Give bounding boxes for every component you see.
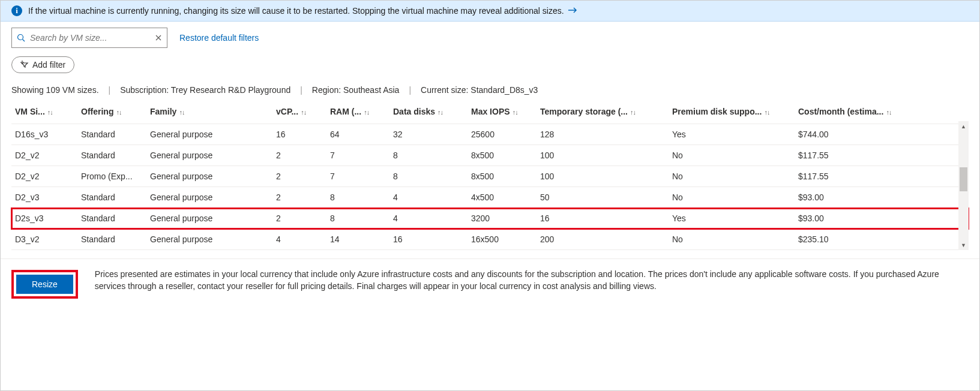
clear-icon[interactable]: [155, 34, 162, 41]
column-header[interactable]: vCP... ↑↓: [272, 101, 326, 124]
table-row[interactable]: D3_v2StandardGeneral purpose4141616x5002…: [11, 229, 969, 250]
table-scrollbar[interactable]: ▲ ▼: [958, 121, 969, 250]
table-cell: Standard: [77, 229, 146, 250]
sort-icon[interactable]: ↑↓: [629, 109, 636, 116]
table-cell: 8: [389, 166, 467, 187]
column-label: Max IOPS: [471, 107, 510, 116]
sort-icon[interactable]: ↑↓: [436, 109, 443, 116]
sort-icon[interactable]: ↑↓: [46, 109, 53, 116]
search-input[interactable]: [29, 32, 155, 43]
column-label: Family: [150, 107, 176, 116]
column-header[interactable]: Max IOPS ↑↓: [467, 101, 537, 124]
table-cell: 8x500: [467, 145, 537, 166]
pricing-disclaimer: Prices presented are estimates in your l…: [95, 269, 969, 292]
table-row[interactable]: D16s_v3StandardGeneral purpose1664322560…: [11, 124, 969, 145]
add-filter-icon: [20, 61, 29, 69]
add-filter-button[interactable]: Add filter: [11, 56, 74, 73]
column-header[interactable]: VM Si... ↑↓: [11, 101, 77, 124]
info-link-arrow[interactable]: [568, 7, 578, 14]
table-row[interactable]: D2_v2Promo (Exp...General purpose2788x50…: [11, 166, 969, 187]
resize-button[interactable]: Resize: [16, 275, 73, 294]
table-cell: $744.00: [795, 124, 969, 145]
info-banner: i If the virtual machine is currently ru…: [1, 1, 979, 22]
table-row[interactable]: D2_v2StandardGeneral purpose2788x500100N…: [11, 145, 969, 166]
column-label: Premium disk suppo...: [672, 107, 762, 116]
sort-icon[interactable]: ↑↓: [885, 109, 891, 116]
separator: |: [409, 85, 411, 95]
table-cell: No: [669, 166, 795, 187]
column-header[interactable]: Offering ↑↓: [77, 101, 146, 124]
scroll-up-icon[interactable]: ▲: [958, 121, 969, 131]
table-cell: D16s_v3: [11, 124, 77, 145]
subscription-value: Trey Research R&D Playground: [171, 85, 290, 95]
current-size-label: Current size:: [421, 85, 468, 95]
sort-icon[interactable]: ↑↓: [362, 109, 369, 116]
column-label: Offering: [81, 107, 113, 116]
scroll-down-icon[interactable]: ▼: [958, 240, 969, 250]
svg-point-0: [18, 35, 23, 40]
table-cell: $117.55: [795, 166, 969, 187]
table-cell: $235.10: [795, 229, 969, 250]
column-header[interactable]: Data disks ↑↓: [389, 101, 467, 124]
column-label: VM Si...: [15, 107, 45, 116]
info-icon: i: [11, 5, 22, 16]
table-cell: 16: [272, 124, 326, 145]
table-cell: General purpose: [146, 166, 272, 187]
vm-size-table: VM Si... ↑↓Offering ↑↓Family ↑↓vCP... ↑↓…: [11, 101, 969, 250]
column-header[interactable]: Family ↑↓: [146, 101, 272, 124]
table-cell: Standard: [77, 208, 146, 229]
table-row[interactable]: D2s_v3StandardGeneral purpose284320016Ye…: [11, 208, 969, 229]
table-cell: 2: [272, 166, 326, 187]
column-header[interactable]: Premium disk suppo... ↑↓: [669, 101, 795, 124]
table-cell: D2_v2: [11, 145, 77, 166]
column-header[interactable]: Cost/month (estima... ↑↓: [795, 101, 969, 124]
table-cell: 2: [272, 208, 326, 229]
scroll-thumb[interactable]: [960, 167, 967, 191]
table-cell: Promo (Exp...: [77, 166, 146, 187]
table-cell: 128: [537, 124, 669, 145]
table-cell: Standard: [77, 187, 146, 208]
sort-icon[interactable]: ↑↓: [299, 109, 306, 116]
sort-icon[interactable]: ↑↓: [511, 109, 518, 116]
info-text: If the virtual machine is currently runn…: [28, 6, 564, 16]
table-cell: No: [669, 229, 795, 250]
table-cell: Yes: [669, 124, 795, 145]
table-row[interactable]: D2_v3StandardGeneral purpose2844x50050No…: [11, 187, 969, 208]
separator: |: [300, 85, 302, 95]
table-cell: $117.55: [795, 145, 969, 166]
column-label: RAM (...: [330, 107, 361, 116]
sort-icon[interactable]: ↑↓: [115, 109, 121, 116]
table-cell: 16: [389, 229, 467, 250]
table-cell: 4x500: [467, 187, 537, 208]
table-cell: D2_v3: [11, 187, 77, 208]
sort-icon[interactable]: ↑↓: [763, 109, 769, 116]
table-cell: 16: [537, 208, 669, 229]
table-cell: 14: [326, 229, 389, 250]
table-cell: General purpose: [146, 124, 272, 145]
table-cell: 7: [326, 166, 389, 187]
table-cell: General purpose: [146, 187, 272, 208]
table-cell: 100: [537, 145, 669, 166]
table-cell: 8x500: [467, 166, 537, 187]
separator: |: [109, 85, 111, 95]
table-cell: 32: [389, 124, 467, 145]
table-cell: 8: [326, 187, 389, 208]
table-cell: D2_v2: [11, 166, 77, 187]
table-cell: General purpose: [146, 208, 272, 229]
column-label: Temporary storage (...: [540, 107, 628, 116]
restore-filters-link[interactable]: Restore default filters: [179, 33, 259, 43]
table-cell: 64: [326, 124, 389, 145]
region-value: Southeast Asia: [343, 85, 399, 95]
column-label: Data disks: [393, 107, 435, 116]
table-cell: 4: [272, 229, 326, 250]
sort-icon[interactable]: ↑↓: [178, 109, 184, 116]
add-filter-label: Add filter: [32, 60, 65, 70]
table-cell: D3_v2: [11, 229, 77, 250]
column-header[interactable]: Temporary storage (... ↑↓: [537, 101, 669, 124]
column-header[interactable]: RAM (... ↑↓: [326, 101, 389, 124]
current-size-value: Standard_D8s_v3: [470, 85, 538, 95]
search-icon: [17, 34, 25, 42]
search-input-wrap[interactable]: [11, 28, 167, 48]
table-cell: 4: [389, 187, 467, 208]
table-cell: 200: [537, 229, 669, 250]
